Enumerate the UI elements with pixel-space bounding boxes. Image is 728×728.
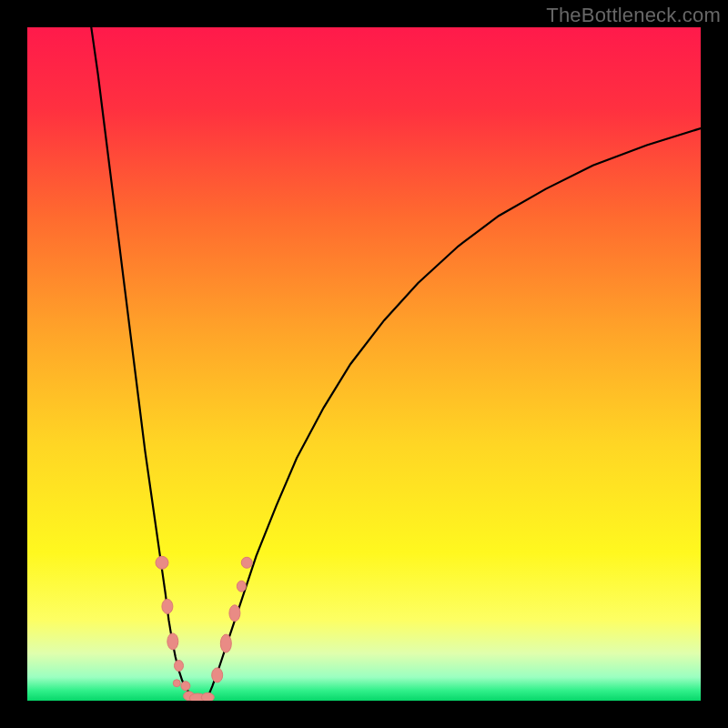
series-left-curve (91, 27, 196, 700)
curve-layer (27, 27, 701, 701)
marker-dot (181, 682, 190, 691)
marker-dot (175, 661, 184, 672)
series-right-curve (206, 128, 701, 700)
marker-dot (201, 693, 214, 701)
marker-dot (229, 605, 240, 622)
marker-dot (212, 668, 223, 682)
plot-area (27, 27, 701, 701)
chart-frame: TheBottleneck.com (0, 0, 728, 728)
watermark-text: TheBottleneck.com (546, 4, 721, 27)
marker-dot (237, 581, 246, 592)
marker-dot (156, 556, 168, 569)
marker-dot (173, 680, 180, 687)
marker-dot (167, 633, 178, 650)
marker-dot (220, 634, 231, 652)
marker-dot (241, 557, 252, 568)
marker-dot (162, 599, 173, 613)
